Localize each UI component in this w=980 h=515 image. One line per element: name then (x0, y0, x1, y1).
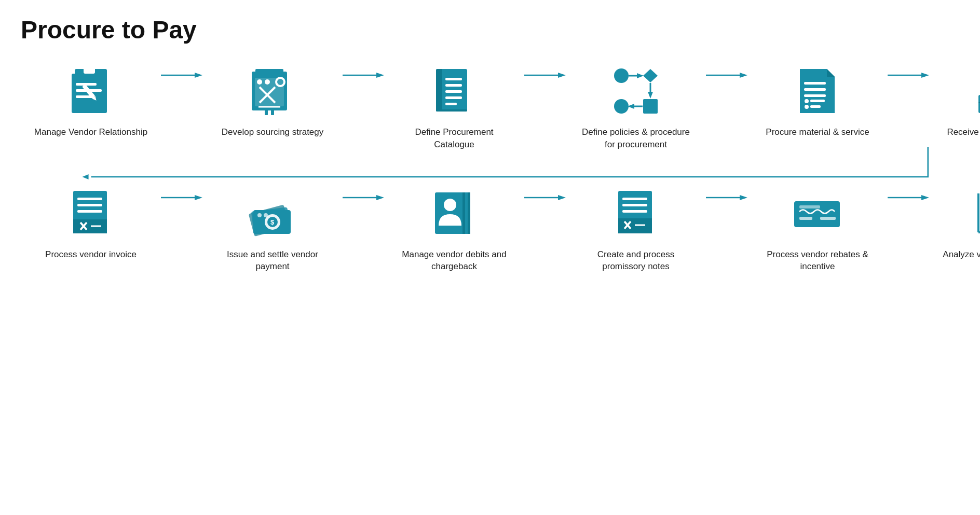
catalogue-icon (428, 65, 480, 117)
step-receive-material-label: Receive material & service (947, 126, 980, 138)
person-card-icon (428, 187, 480, 239)
svg-marker-89 (558, 195, 566, 200)
policies-icon (610, 65, 662, 117)
svg-marker-105 (921, 195, 929, 200)
svg-rect-25 (445, 78, 462, 80)
arrow-2 (343, 65, 384, 80)
svg-marker-73 (195, 195, 202, 200)
svg-marker-63 (83, 174, 89, 179)
arrow-3 (524, 65, 566, 80)
svg-point-87 (444, 199, 456, 211)
chart-icon (973, 187, 980, 239)
svg-point-16 (257, 79, 262, 85)
step-issue-settle-label: Issue and settle vendor payment (215, 248, 330, 273)
step-receive-material: Receive material & service (929, 65, 980, 138)
row1: Manage Vendor Relationship (21, 65, 959, 151)
svg-rect-101 (799, 217, 812, 220)
strategy-icon (247, 65, 298, 117)
svg-marker-32 (558, 73, 566, 78)
svg-marker-35 (637, 73, 644, 78)
svg-marker-22 (376, 73, 384, 78)
svg-rect-67 (77, 210, 102, 213)
arrow-1 (161, 65, 202, 80)
svg-rect-11 (255, 69, 283, 76)
svg-rect-103 (799, 205, 820, 208)
boxes-icon (973, 65, 980, 117)
arrow-r2-1 (161, 187, 202, 203)
step-manage-debits: Manage vendor debits and chargeback (384, 187, 524, 273)
svg-rect-20 (271, 109, 274, 115)
document-icon (792, 65, 843, 117)
svg-marker-99 (740, 195, 747, 200)
step-manage-debits-label: Manage vendor debits and chargeback (397, 248, 511, 273)
svg-point-80 (257, 213, 262, 217)
svg-marker-44 (740, 73, 747, 78)
svg-point-48 (805, 99, 809, 103)
step-procure-material: Procure material & service (747, 65, 888, 138)
page-title: Procure to Pay (21, 16, 959, 44)
svg-rect-91 (622, 198, 647, 200)
svg-point-33 (614, 68, 629, 83)
svg-rect-51 (810, 105, 821, 108)
step-procure-material-label: Procure material & service (766, 126, 869, 138)
step-process-invoice: Process vendor invoice (21, 187, 161, 261)
svg-marker-38 (648, 92, 653, 99)
svg-rect-45 (804, 82, 826, 85)
svg-rect-19 (265, 109, 268, 115)
svg-rect-28 (445, 96, 462, 99)
arrow-r2-5 (888, 187, 929, 203)
step-process-invoice-label: Process vendor invoice (45, 248, 137, 261)
svg-rect-2 (84, 66, 95, 74)
svg-rect-24 (436, 69, 442, 112)
step-issue-settle: $ Issue and settle vendor payment (202, 187, 343, 273)
arrow-5 (888, 65, 929, 80)
svg-rect-86 (465, 192, 468, 234)
svg-marker-36 (643, 69, 658, 82)
promissory-icon (610, 187, 662, 239)
svg-point-81 (264, 213, 268, 217)
svg-point-50 (805, 105, 809, 109)
svg-rect-68 (73, 219, 107, 233)
svg-rect-27 (445, 90, 462, 93)
arrow-r2-2 (343, 187, 384, 203)
step-process-rebates-label: Process vendor rebates & incentive (760, 248, 875, 273)
svg-text:$: $ (270, 218, 275, 226)
svg-rect-46 (804, 88, 826, 91)
payment-icon: $ (247, 187, 298, 239)
step-manage-vendor-label: Manage Vendor Relationship (34, 126, 147, 138)
step-define-policies: Define policies & procedure for procurem… (566, 65, 706, 151)
arrow-4 (706, 65, 747, 80)
step-process-rebates: Process vendor rebates & incentive (747, 187, 888, 273)
step-develop-sourcing: Develop sourcing strategy (202, 65, 343, 138)
svg-rect-30 (436, 109, 467, 112)
invoice-icon (65, 187, 117, 239)
svg-marker-53 (921, 73, 929, 78)
row-connector (21, 146, 959, 187)
svg-rect-49 (810, 100, 825, 102)
step-analyze-vendor-label: Analyze vendor performance (943, 248, 980, 261)
step-create-promissory-label: Create and process promissory notes (579, 248, 693, 273)
row2: Process vendor invoice (21, 187, 959, 273)
clipboard-icon (65, 65, 117, 117)
rebates-icon (792, 187, 843, 239)
svg-rect-102 (820, 217, 836, 220)
svg-rect-29 (445, 103, 457, 105)
svg-rect-39 (643, 99, 658, 114)
svg-point-42 (614, 99, 629, 114)
svg-rect-93 (622, 210, 647, 213)
arrow-r2-4 (706, 187, 747, 203)
process-diagram: Manage Vendor Relationship (21, 65, 959, 273)
arrow-r2-3 (524, 187, 566, 203)
step-define-catalogue: Define Procurement Catalogue (384, 65, 524, 151)
step-create-promissory: Create and process promissory notes (566, 187, 706, 273)
step-develop-sourcing-label: Develop sourcing strategy (222, 126, 324, 138)
svg-rect-47 (804, 94, 826, 97)
svg-rect-26 (445, 84, 462, 87)
step-analyze-vendor: Analyze vendor performance (929, 187, 980, 261)
step-manage-vendor: Manage Vendor Relationship (21, 65, 161, 138)
svg-marker-83 (376, 195, 384, 200)
svg-rect-65 (77, 198, 102, 200)
svg-point-17 (265, 79, 270, 85)
svg-rect-92 (622, 204, 647, 206)
svg-rect-100 (794, 201, 840, 227)
